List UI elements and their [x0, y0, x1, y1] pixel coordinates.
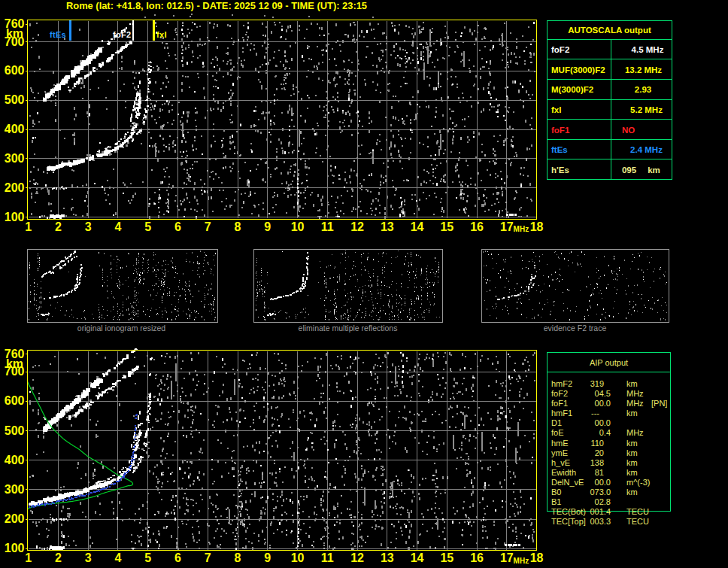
svg-text:km: km [626, 448, 638, 457]
svg-text:km: km [6, 357, 23, 370]
svg-text:ftEs: ftEs [551, 145, 568, 154]
svg-text:m^(-3): m^(-3) [626, 478, 650, 487]
svg-text:10: 10 [291, 220, 305, 233]
svg-text:MHz: MHz [514, 225, 529, 233]
svg-text:hmF1: hmF1 [551, 409, 572, 418]
svg-text:0.4: 0.4 [599, 428, 611, 437]
svg-text:3: 3 [85, 551, 92, 564]
svg-text:2: 2 [55, 220, 62, 233]
svg-text:500: 500 [5, 424, 25, 437]
svg-text:6: 6 [174, 220, 181, 233]
svg-text:600: 600 [5, 394, 25, 407]
svg-text:eliminate multiple reflections: eliminate multiple reflections [299, 323, 398, 333]
svg-text:ftEs: ftEs [50, 30, 66, 39]
svg-text:Ewidth: Ewidth [551, 468, 576, 477]
svg-text:MHz: MHz [626, 399, 644, 408]
svg-text:hmF2: hmF2 [551, 379, 572, 388]
svg-text:foE: foE [551, 428, 564, 437]
svg-text:3: 3 [85, 220, 92, 233]
svg-text:200: 200 [5, 181, 25, 194]
svg-text:TECU: TECU [626, 507, 649, 516]
svg-text:MHz: MHz [514, 557, 529, 565]
svg-text:319: 319 [590, 379, 604, 388]
svg-text:13: 13 [381, 220, 394, 233]
svg-text:km: km [626, 379, 638, 388]
svg-text:2.93: 2.93 [635, 85, 651, 94]
svg-text:foF2: foF2 [113, 30, 131, 39]
svg-text:11: 11 [321, 551, 334, 564]
svg-text:003.3: 003.3 [590, 517, 611, 526]
svg-text:MHz: MHz [626, 428, 644, 437]
svg-text:fxI: fxI [156, 30, 167, 39]
svg-text:7: 7 [205, 220, 211, 233]
svg-text:8: 8 [235, 551, 241, 564]
svg-text:13.2 MHz: 13.2 MHz [625, 65, 662, 74]
svg-text:foF1: foF1 [551, 399, 568, 408]
svg-text:MUF(3000)F2: MUF(3000)F2 [551, 65, 605, 74]
svg-text:15: 15 [440, 220, 453, 233]
svg-text:hmE: hmE [551, 439, 569, 448]
svg-text:[PN]: [PN] [651, 399, 667, 408]
svg-text:4: 4 [115, 551, 122, 564]
svg-text:14: 14 [411, 220, 424, 233]
svg-text:15: 15 [440, 551, 453, 564]
svg-text:B0: B0 [551, 488, 561, 497]
svg-text:6: 6 [174, 551, 181, 564]
svg-text:300: 300 [5, 152, 25, 165]
svg-text:km: km [626, 468, 638, 477]
svg-text:001.4: 001.4 [590, 507, 611, 516]
svg-text:500: 500 [5, 93, 25, 106]
svg-text:81: 81 [595, 468, 604, 477]
svg-text:ymE: ymE [551, 448, 568, 457]
svg-text:12: 12 [350, 220, 364, 233]
svg-text:00.0: 00.0 [595, 418, 611, 427]
svg-text:16: 16 [470, 551, 484, 564]
svg-text:5: 5 [144, 220, 151, 233]
svg-text:km: km [648, 166, 660, 175]
svg-text:h'Es: h'Es [551, 166, 569, 175]
svg-text:12: 12 [350, 551, 364, 564]
svg-text:DelN_vE: DelN_vE [551, 478, 584, 487]
svg-text:18: 18 [530, 551, 544, 564]
svg-text:M(3000)F2: M(3000)F2 [551, 85, 593, 94]
svg-text:17: 17 [500, 220, 514, 233]
svg-text:foF2: foF2 [551, 389, 568, 398]
svg-text:9: 9 [264, 220, 271, 233]
svg-text:18: 18 [530, 220, 544, 233]
svg-text:20: 20 [595, 448, 604, 457]
svg-text:km: km [626, 409, 638, 418]
svg-text:7: 7 [205, 551, 211, 564]
svg-text:fxI: fxI [551, 105, 561, 114]
svg-text:foF1: foF1 [551, 126, 570, 135]
svg-text:AIP output: AIP output [590, 358, 628, 367]
svg-text:2.4 MHz: 2.4 MHz [630, 145, 663, 154]
svg-text:1: 1 [25, 551, 32, 564]
svg-text:evidence F2 trace: evidence F2 trace [544, 323, 607, 333]
svg-text:TECU: TECU [626, 517, 649, 526]
svg-text:Rome (lat: +41.8, lon: 012.5): Rome (lat: +41.8, lon: 012.5) - DATE: 20… [66, 0, 367, 11]
svg-text:km: km [626, 458, 638, 467]
svg-text:14: 14 [411, 551, 424, 564]
svg-text:400: 400 [5, 454, 25, 466]
svg-text:13: 13 [381, 551, 394, 564]
svg-text:original ionogram resized: original ionogram resized [77, 323, 165, 333]
svg-text:138: 138 [590, 458, 604, 467]
svg-text:km: km [626, 488, 638, 497]
svg-text:TEC(Bot): TEC(Bot) [551, 507, 586, 516]
svg-text:200: 200 [5, 512, 25, 525]
svg-text:073.0: 073.0 [590, 488, 611, 497]
svg-text:9: 9 [264, 551, 271, 564]
svg-text:---: --- [591, 409, 599, 418]
svg-text:5.2 MHz: 5.2 MHz [630, 105, 663, 114]
svg-text:11: 11 [321, 220, 334, 233]
svg-text:04.5: 04.5 [595, 389, 611, 398]
svg-text:5: 5 [144, 551, 151, 564]
svg-text:100: 100 [5, 542, 25, 554]
svg-text:00.0: 00.0 [595, 478, 611, 487]
svg-text:00.0: 00.0 [595, 399, 611, 408]
svg-text:400: 400 [5, 123, 25, 135]
svg-text:10: 10 [291, 551, 305, 564]
svg-text:110: 110 [590, 439, 604, 448]
svg-text:1: 1 [25, 220, 32, 233]
svg-text:km: km [626, 439, 638, 448]
